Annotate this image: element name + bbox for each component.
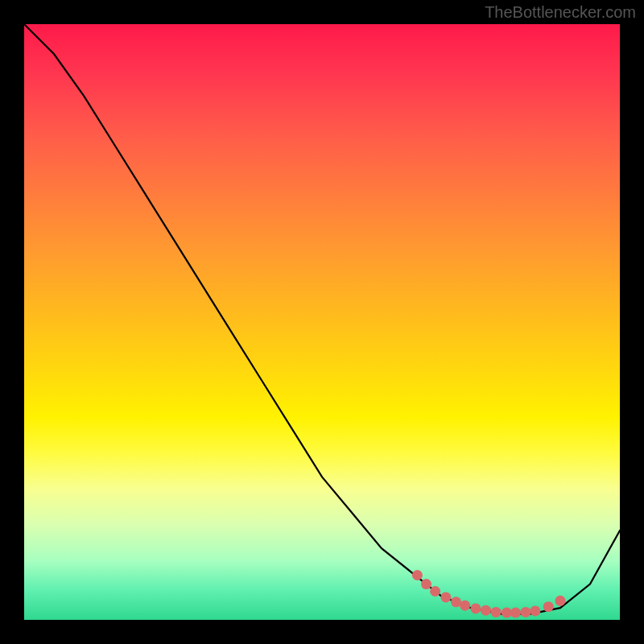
marker-point xyxy=(470,603,481,613)
marker-point xyxy=(421,579,431,589)
marker-point xyxy=(543,601,554,612)
marker-point xyxy=(502,608,512,618)
marker-point xyxy=(530,605,540,616)
marker-point xyxy=(412,570,423,580)
marker-point xyxy=(481,605,491,616)
marker-point xyxy=(555,596,566,606)
chart-svg xyxy=(24,24,620,620)
marker-point xyxy=(430,586,440,597)
marker-point xyxy=(440,592,451,602)
marker-point xyxy=(521,607,531,617)
curve-line xyxy=(24,24,620,614)
marker-point xyxy=(491,607,502,617)
marker-point xyxy=(510,608,521,618)
marker-point xyxy=(460,601,470,611)
attribution-text: TheBottlenecker.com xyxy=(485,3,636,22)
marker-point xyxy=(451,597,461,607)
plot-area xyxy=(24,24,620,620)
